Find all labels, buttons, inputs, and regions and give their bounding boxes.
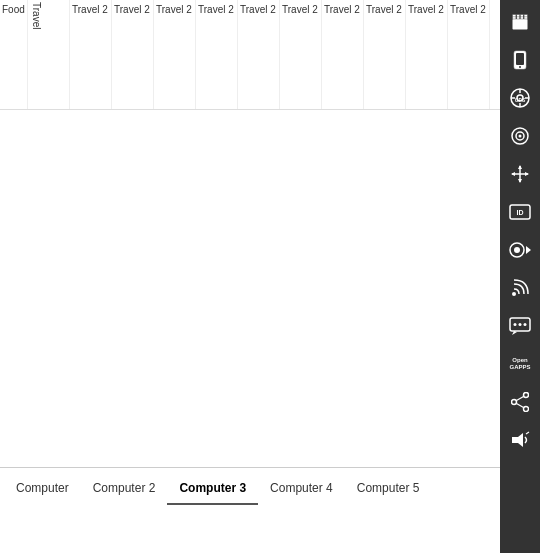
svg-line-42 <box>526 432 529 434</box>
tab-computer[interactable]: Computer <box>4 473 81 505</box>
svg-marker-21 <box>518 165 522 169</box>
clapper-icon[interactable] <box>502 4 538 40</box>
content-area <box>0 110 500 480</box>
svg-point-30 <box>512 292 516 296</box>
col-travel-2i: Travel 2 <box>406 0 448 109</box>
svg-marker-29 <box>526 246 531 254</box>
svg-marker-23 <box>511 172 515 176</box>
column-headers: Food Travel Travel 2 Travel 2 Travel 2 T… <box>0 0 500 110</box>
id-card-icon[interactable]: ID <box>502 194 538 230</box>
chat-icon[interactable] <box>502 308 538 344</box>
svg-point-38 <box>524 407 529 412</box>
tab-computer4[interactable]: Computer 4 <box>258 473 345 505</box>
col-travel-abbr: Travel <box>28 0 70 109</box>
col-travel-2b: Travel 2 <box>112 0 154 109</box>
svg-line-39 <box>517 397 524 401</box>
sheet-tabs: Computer Computer 2 Computer 3 Computer … <box>0 467 500 510</box>
svg-point-28 <box>514 247 520 253</box>
svg-marker-41 <box>512 433 523 447</box>
svg-text:ID: ID <box>517 209 524 216</box>
open-gapps-icon[interactable]: OpenGAPPS <box>502 346 538 382</box>
col-travel-2j: Travel 2 <box>448 0 490 109</box>
record-icon[interactable] <box>502 232 538 268</box>
col-travel-2h: Travel 2 <box>364 0 406 109</box>
col-travel-2e: Travel 2 <box>238 0 280 109</box>
col-travel-2c: Travel 2 <box>154 0 196 109</box>
move-icon[interactable] <box>502 156 538 192</box>
svg-rect-7 <box>516 53 524 65</box>
svg-point-33 <box>519 323 522 326</box>
volume-icon[interactable] <box>502 422 538 458</box>
svg-point-36 <box>524 393 529 398</box>
tab-computer3[interactable]: Computer 3 <box>167 473 258 505</box>
svg-point-34 <box>524 323 527 326</box>
svg-point-32 <box>514 323 517 326</box>
webcam-icon[interactable] <box>502 118 538 154</box>
right-sidebar: GPS ID <box>500 0 540 553</box>
main-content: Food Travel Travel 2 Travel 2 Travel 2 T… <box>0 0 500 510</box>
col-travel-2f: Travel 2 <box>280 0 322 109</box>
rss-icon[interactable] <box>502 270 538 306</box>
tab-computer2[interactable]: Computer 2 <box>81 473 168 505</box>
col-travel-2d: Travel 2 <box>196 0 238 109</box>
svg-marker-22 <box>518 179 522 183</box>
svg-line-40 <box>517 404 524 408</box>
svg-text:GPS: GPS <box>515 97 526 103</box>
col-food: Food <box>0 0 28 109</box>
tab-computer5[interactable]: Computer 5 <box>345 473 432 505</box>
phone-icon[interactable] <box>502 42 538 78</box>
col-travel-2a: Travel 2 <box>70 0 112 109</box>
svg-point-37 <box>512 400 517 405</box>
gps-icon[interactable]: GPS <box>502 80 538 116</box>
svg-point-8 <box>519 66 521 68</box>
svg-rect-0 <box>513 19 528 30</box>
svg-marker-24 <box>525 172 529 176</box>
share-icon[interactable] <box>502 384 538 420</box>
col-travel-2g: Travel 2 <box>322 0 364 109</box>
svg-point-18 <box>519 135 522 138</box>
